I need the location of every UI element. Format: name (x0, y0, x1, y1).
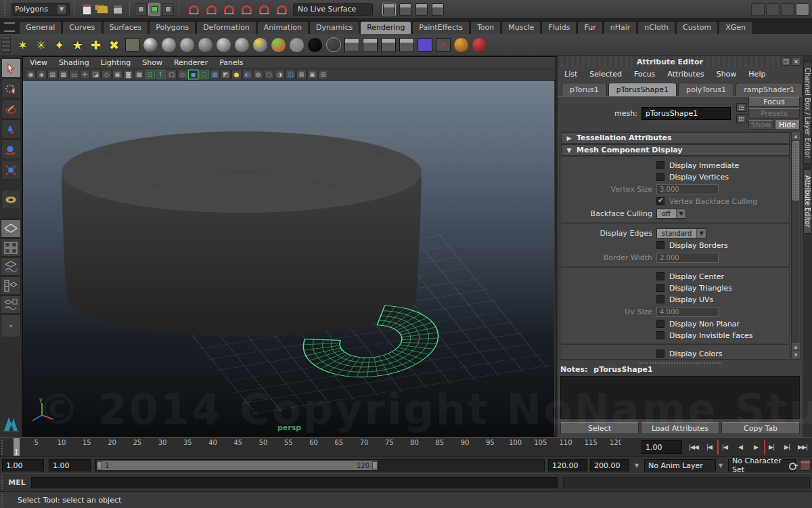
shelf-tab[interactable]: PaintEffects (412, 21, 470, 34)
resolution-gate-icon[interactable] (112, 70, 122, 79)
playback-end-field[interactable]: 120.00 (548, 459, 587, 471)
ipr-render-icon[interactable] (415, 3, 428, 16)
fill-icon[interactable] (166, 70, 177, 79)
layout-single-pane-button[interactable] (1, 219, 21, 238)
snap-to-curve-icon[interactable] (204, 3, 218, 16)
attr-vertex-size[interactable]: Vertex Size3.000 (562, 183, 789, 195)
viewport-menu[interactable]: Panels (219, 58, 243, 67)
render-settings-icon[interactable] (432, 3, 444, 16)
attr-display-immediate[interactable]: Display Immediate (562, 160, 789, 171)
ramp-shader-icon[interactable] (251, 36, 269, 54)
attribute-editor-menu[interactable]: Help (748, 70, 765, 79)
plugin-shelf-icon[interactable] (307, 70, 317, 79)
modeling-toolkit-toggle-icon[interactable] (751, 3, 765, 16)
shelf-tab[interactable]: General (19, 21, 62, 34)
scroll-down-icon[interactable]: ▼ (792, 351, 800, 358)
layout-persp-graph-button[interactable] (1, 257, 21, 276)
step-back-key-button[interactable]: |◀ (702, 440, 717, 454)
phong-material-icon[interactable] (215, 36, 233, 54)
mel-label[interactable]: MEL (7, 478, 27, 487)
play-backwards-button[interactable]: ◀ (733, 440, 748, 454)
snap-to-view-plane-icon[interactable] (257, 3, 271, 16)
go-to-end-button[interactable]: ▶▶| (795, 440, 810, 454)
shelf-tab[interactable]: Polygons (149, 21, 196, 34)
attribute-editor-tab[interactable]: pTorus1 (562, 83, 607, 96)
section-mesh-component-display[interactable]: ▼ Mesh Component Display (561, 144, 790, 156)
perspective-viewport[interactable]: ViewShadingLightingShowRendererPanels (22, 56, 556, 437)
layout-four-pane-button[interactable] (1, 238, 21, 257)
auto-keyframe-toggle-icon[interactable] (800, 460, 811, 471)
attr-display-edges[interactable]: Display Edgesstandard▼ (562, 227, 789, 239)
attribute-scroll-area[interactable]: ▶ Tessellation Attributes ▼ Mesh Compone… (560, 131, 800, 360)
camera-projection-icon[interactable] (123, 36, 141, 54)
playback-range-bar[interactable]: 1 120 (97, 461, 378, 470)
checkbox[interactable] (656, 350, 664, 358)
viewport-canvas[interactable]: y persp (23, 81, 556, 436)
checkbox[interactable] (656, 241, 664, 249)
blinn-material-icon[interactable] (178, 36, 196, 54)
layout-shortcut-slot-button[interactable]: ▾ (1, 314, 21, 337)
range-start-handle[interactable] (97, 461, 102, 469)
ipr-render-shelf-icon[interactable] (361, 36, 379, 54)
attribute-editor-tab[interactable]: pTorusShape1 (608, 83, 677, 96)
checkbox[interactable] (656, 320, 664, 328)
shelf-tab[interactable]: Animation (257, 21, 309, 34)
smooth-shade-mode-icon[interactable] (188, 70, 198, 79)
section-tessellation-attributes[interactable]: ▶ Tessellation Attributes (561, 132, 790, 144)
grease-pencil-icon[interactable] (91, 70, 101, 79)
surface-shader-icon[interactable] (288, 36, 306, 54)
render-sequence-icon[interactable] (379, 36, 397, 54)
snap-to-point-icon[interactable] (222, 3, 235, 16)
attr-display-triangles[interactable]: Display Triangles (562, 282, 789, 293)
paint-select-tool-button[interactable] (1, 99, 21, 119)
menu-set-selector[interactable]: Polygons ▼ (12, 3, 70, 16)
area-light-icon[interactable] (50, 36, 68, 54)
channel-box-toggle-icon[interactable] (796, 3, 809, 16)
value-field[interactable]: 3.000 (656, 184, 719, 194)
polytorus-solid[interactable] (62, 131, 422, 337)
attribute-editor-menu[interactable]: Attributes (667, 70, 704, 79)
attr-display-colors[interactable]: Display Colors (562, 348, 789, 359)
use-background-icon[interactable] (306, 36, 324, 54)
step-forward-key-button[interactable]: ▶| (780, 440, 794, 454)
shelf-tab[interactable]: Deformation (196, 21, 256, 34)
attribute-editor-menu[interactable]: Show (717, 70, 737, 79)
set-key-icon[interactable] (789, 462, 797, 469)
volume-light-icon[interactable] (105, 36, 123, 54)
step-forward-frame-button[interactable]: ▶| (764, 440, 779, 454)
textured-mode-icon[interactable] (210, 70, 220, 79)
shelf-tab[interactable]: Fur (577, 21, 602, 34)
shelf-tab[interactable]: nHair (604, 21, 637, 34)
current-frame-indicator[interactable]: 1 (14, 438, 20, 456)
make-live-icon[interactable] (275, 3, 288, 16)
attr-border-width[interactable]: Border Width2.000 (562, 251, 789, 263)
render-layers-icon[interactable] (434, 36, 452, 54)
attribute-editor-tab[interactable]: rampShader1 (736, 83, 803, 96)
attr-display-invisible-faces[interactable]: Display Invisible Faces (562, 330, 789, 341)
shelf-options-icon[interactable] (4, 22, 15, 32)
attribute-scrollbar[interactable]: ▲ ▲ ▼ (791, 132, 799, 358)
toolbar-drag-handle[interactable] (4, 2, 8, 16)
range-slider-track[interactable]: 1 120 (95, 459, 545, 471)
footer-button[interactable]: Select (560, 422, 639, 434)
tool-settings-toggle-icon[interactable] (781, 3, 794, 16)
field-chart-icon[interactable] (134, 70, 144, 79)
render-view-icon[interactable] (383, 3, 395, 16)
character-set-selector[interactable]: No Character Set (728, 459, 796, 471)
animation-end-field[interactable]: 200.00 (590, 459, 629, 471)
checkbox[interactable] (656, 272, 664, 280)
node-out-icon[interactable]: ◱ (736, 114, 746, 123)
lasso-select-tool-button[interactable] (1, 79, 21, 98)
footer-button[interactable]: Copy Tab (721, 422, 800, 434)
value-field[interactable]: 2.000 (656, 253, 719, 263)
anisotropic-material-icon[interactable] (160, 36, 178, 54)
time-slider[interactable]: 1 51015202530354045505560657075808590951… (0, 437, 812, 457)
dropdown[interactable]: standard▼ (656, 228, 706, 238)
chevron-down-icon[interactable]: ▼ (635, 463, 639, 469)
shelf-tab[interactable]: Toon (470, 21, 501, 34)
shelf-selector-icon[interactable] (1, 36, 11, 54)
shelf-tab[interactable]: nCloth (637, 21, 675, 34)
ambient-light-icon[interactable] (87, 36, 105, 54)
attribute-editor-menu[interactable]: Selected (589, 70, 622, 79)
render-current-frame-icon[interactable] (399, 3, 411, 16)
